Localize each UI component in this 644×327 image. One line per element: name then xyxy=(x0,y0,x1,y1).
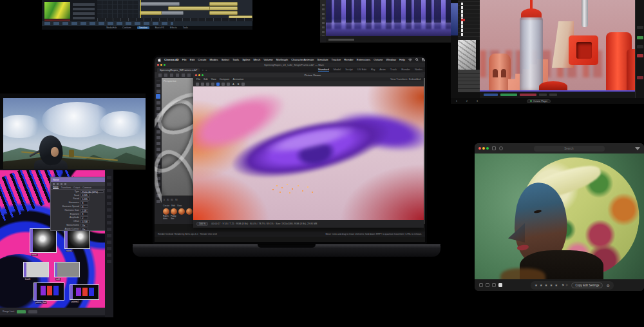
node-noise1[interactable] xyxy=(30,228,57,253)
gear-icon[interactable]: ⚙ xyxy=(606,283,609,288)
tab-transform[interactable]: Transform xyxy=(61,186,71,189)
strip-row-red[interactable] xyxy=(637,54,643,57)
flag-icons[interactable]: ⚑ ⚐ xyxy=(562,283,568,287)
strip-row[interactable] xyxy=(637,45,643,48)
td-side-strip[interactable] xyxy=(105,169,113,317)
flame-tab-tools[interactable]: Tools xyxy=(183,26,188,29)
status-pill-gray[interactable] xyxy=(28,310,37,313)
render-button-green[interactable] xyxy=(500,94,517,96)
refresh-icon[interactable] xyxy=(206,83,209,86)
menu-tools[interactable]: Tools xyxy=(232,58,239,61)
layout-tab-rig[interactable]: Rig xyxy=(371,68,375,72)
grid-view-icon[interactable] xyxy=(479,283,483,287)
node-null1[interactable] xyxy=(54,262,80,277)
zoom-mode-icon[interactable] xyxy=(216,83,220,86)
flame-tab-batchfx[interactable]: Batch FX xyxy=(155,26,164,29)
material-sphere[interactable] xyxy=(171,208,177,215)
save-icon[interactable] xyxy=(201,83,204,86)
param-toggle[interactable]: On xyxy=(80,224,88,227)
folder-icon[interactable] xyxy=(196,83,199,86)
minimize-button[interactable] xyxy=(198,74,200,76)
timeline-clip[interactable] xyxy=(140,11,162,15)
octane-tab-1[interactable]: 1 xyxy=(456,100,457,103)
param-value[interactable]: 1.08 xyxy=(80,209,88,212)
c4d-timeline[interactable]: 0 30 60 90 xyxy=(162,195,195,204)
pv-menu-animation[interactable]: Animation xyxy=(232,78,243,81)
strip-row-green[interactable] xyxy=(637,36,643,39)
flame-tab-effects[interactable]: Effects xyxy=(170,26,177,29)
pv-menu-compare[interactable]: Compare xyxy=(220,78,230,81)
layout-tab-track[interactable]: Track xyxy=(390,68,397,72)
compare-a-button[interactable]: A xyxy=(232,83,235,86)
material-sphere[interactable] xyxy=(186,208,193,215)
menu-edit[interactable]: Edit xyxy=(190,58,195,61)
copy-icon[interactable] xyxy=(492,146,496,150)
flame-track-controls[interactable] xyxy=(97,0,138,18)
compare-view-icon[interactable] xyxy=(492,283,496,287)
node-network-canvas[interactable]: noise1 noise2 level1 null1 palette_final xyxy=(0,170,105,308)
menu-mesh[interactable]: Mesh xyxy=(253,58,260,61)
control-center-icon[interactable] xyxy=(422,58,425,61)
menu-character[interactable]: Character xyxy=(291,58,303,61)
dialog-title-bar[interactable]: Noise xyxy=(51,177,105,182)
tab-output[interactable]: Output xyxy=(73,186,80,189)
param-value[interactable]: 8 xyxy=(80,201,88,204)
timeline-clip[interactable] xyxy=(140,2,180,6)
material-menu-create[interactable]: Create xyxy=(163,204,169,207)
menu-extensions[interactable]: Extensions xyxy=(357,58,370,61)
menu-spline[interactable]: Spline xyxy=(242,58,250,61)
flame-tab-mediahub[interactable]: MediaHub xyxy=(106,26,117,29)
flame-clip-thumbnail[interactable] xyxy=(44,2,70,19)
apple-logo-icon[interactable] xyxy=(158,58,161,62)
copy-edit-settings-button[interactable]: Copy Edit Settings xyxy=(571,282,603,288)
menu-render[interactable]: Render xyxy=(344,58,353,61)
rating-stars[interactable]: ★ ★ ★ ★ ★ xyxy=(535,283,558,287)
layout-tab-render[interactable]: Render xyxy=(401,68,410,72)
zoom-level-dropdown[interactable]: 100 % xyxy=(196,222,208,226)
param-value[interactable]: 0.708 xyxy=(80,220,90,223)
menu-volume[interactable]: Volume xyxy=(263,58,273,61)
menu-help[interactable]: Help xyxy=(399,58,405,61)
node-level1[interactable] xyxy=(23,262,49,277)
c4d-window-title-bar[interactable]: SpinningRopes_03_C4D_SingleFrame.c4d* — … xyxy=(155,63,425,67)
tab-add-icon[interactable]: + xyxy=(205,68,207,72)
pv-title-bar[interactable]: Picture Viewer xyxy=(193,73,424,77)
layer-color-swatch[interactable] xyxy=(461,19,465,21)
tab-noise[interactable]: Noise xyxy=(53,186,59,189)
strip-row-red[interactable] xyxy=(637,76,643,79)
layout-tab-uvedit[interactable]: UV Edit xyxy=(357,68,366,72)
document-tab[interactable]: SpinningRopes_WFrames.c4d* xyxy=(157,68,200,72)
minimize-button[interactable] xyxy=(482,147,485,150)
layout-tab-nodes[interactable]: Nodes xyxy=(415,68,422,72)
close-button[interactable] xyxy=(478,147,481,150)
transport-button-gray[interactable] xyxy=(549,94,557,96)
menu-simulate[interactable]: Simulate xyxy=(317,58,328,61)
menu-window[interactable]: Window xyxy=(386,58,396,61)
menu-tracker[interactable]: Tracker xyxy=(332,58,341,61)
filter-funnel-icon[interactable] xyxy=(635,147,640,150)
detail-view-icon[interactable] xyxy=(498,283,502,287)
layout-tab-sculpt[interactable]: Sculpt xyxy=(345,68,353,72)
flame-icon-grid[interactable] xyxy=(73,3,95,19)
menu-animate[interactable]: Animate xyxy=(303,58,314,61)
layout-tab-model[interactable]: Model xyxy=(334,68,341,72)
search-icon[interactable] xyxy=(415,58,419,61)
back-icon[interactable] xyxy=(499,146,503,150)
zoom-button[interactable] xyxy=(486,147,489,150)
timeline-clip[interactable] xyxy=(209,2,238,6)
param-value[interactable]: 0.965 xyxy=(80,193,90,197)
octane-player-pill[interactable]: Octane Player xyxy=(527,99,551,103)
flame-tab-conform[interactable]: Conform xyxy=(122,26,131,29)
param-value[interactable]: 8 xyxy=(80,212,88,215)
menu-mograph[interactable]: MoGraph xyxy=(276,58,288,61)
node-palette2[interactable] xyxy=(70,284,99,300)
timeline-clip[interactable] xyxy=(209,11,238,15)
menu-modes[interactable]: Modes xyxy=(210,58,218,61)
material-menu-view[interactable]: View xyxy=(177,204,182,207)
status-pill-green[interactable] xyxy=(17,310,26,313)
menu-app-name[interactable]: Cinema 4D xyxy=(164,58,179,61)
menu-octane[interactable]: Octane xyxy=(374,58,383,61)
tab-close-icon[interactable]: × xyxy=(202,68,203,72)
param-value[interactable]: 5.265 xyxy=(80,197,90,201)
menu-select[interactable]: Select xyxy=(222,58,229,61)
